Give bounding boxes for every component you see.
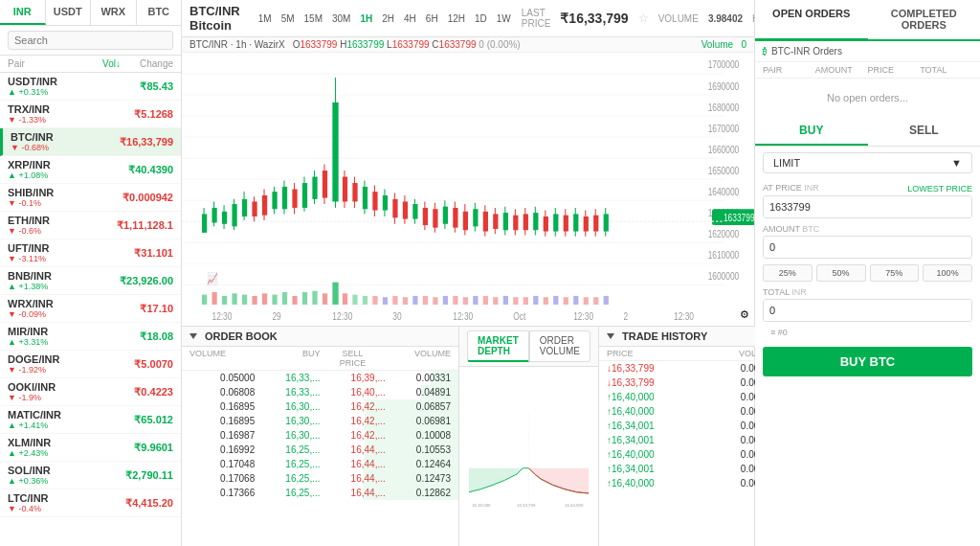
pair-item[interactable]: XLM/INR ▲ +2.43% ₹9.9601 (0, 434, 181, 462)
svg-rect-140 (453, 296, 457, 305)
tab-inr[interactable]: INR (0, 0, 46, 25)
ob-col-volume2: VOLUME (386, 349, 451, 368)
tab-btc[interactable]: BTC (137, 0, 182, 25)
price-input[interactable] (764, 196, 971, 217)
order-type-label: LIMIT (773, 157, 800, 169)
ob-row[interactable]: 0.17068 16,25,... 16,44,... 0.12473 (182, 471, 458, 486)
tab-sell[interactable]: SELL (868, 117, 981, 146)
pair-item[interactable]: TRX/INR ▼ -1.33% ₹5.1268 (0, 101, 181, 128)
chart-title: BTC/INR Bitcoin (189, 4, 240, 33)
pair-item[interactable]: USDT/INR ▲ +0.31% ₹85.43 (0, 73, 181, 101)
tab-open-orders[interactable]: OPEN ORDERS (755, 0, 868, 41)
pct-75-button[interactable]: 75% (870, 264, 920, 282)
th-price: ↑16,40,000 (607, 406, 691, 417)
pair-item[interactable]: BNB/INR ▲ +1.38% ₹23,926.00 (0, 267, 181, 295)
ob-row[interactable]: 0.16992 16,25,... 16,44,... 0.10553 (182, 443, 458, 457)
pair-item[interactable]: MIR/INR ▲ +3.31% ₹18.08 (0, 323, 181, 351)
ob-row[interactable]: 0.16987 16,30,... 16,42,... 0.10008 (182, 428, 458, 443)
tab-order-volume[interactable]: ORDER VOLUME (529, 330, 590, 362)
svg-rect-134 (392, 296, 397, 305)
col-vol-label[interactable]: Vol↓ (54, 58, 121, 69)
amount-row: AMOUNT BTC (763, 224, 972, 259)
pair-item[interactable]: WRX/INR ▼ -0.09% ₹17.10 (0, 295, 181, 323)
ob-row[interactable]: 0.17366 16,25,... 16,44,... 0.12862 (182, 486, 458, 500)
col-pair-label: Pair (8, 58, 54, 69)
pair-item[interactable]: SHIB/INR ▼ -0.1% ₹0.000942 (0, 184, 181, 212)
svg-rect-86 (513, 216, 518, 231)
amount-input[interactable] (764, 237, 971, 258)
order-book-header: ORDER BOOK (182, 327, 458, 347)
trade-history-title: TRADE HISTORY (622, 330, 707, 342)
ob-row[interactable]: 0.16895 16,30,... 16,42,... 0.06981 (182, 414, 458, 428)
amount-label-row: AMOUNT BTC (763, 224, 972, 234)
svg-rect-136 (412, 296, 417, 305)
chart-settings-icon[interactable]: ⚙ (740, 308, 749, 321)
svg-rect-116 (212, 292, 216, 305)
svg-marker-158 (529, 468, 590, 493)
price-input-wrap (763, 195, 972, 218)
tf-btn-1d[interactable]: 1D (472, 12, 490, 25)
svg-text:1650000: 1650000 (708, 165, 740, 176)
total-input[interactable] (764, 300, 971, 321)
svg-rect-52 (343, 177, 347, 202)
tf-btn-1h[interactable]: 1H (357, 12, 375, 25)
volume-value: 3.98402 (708, 13, 743, 24)
chart-header: BTC/INR Bitcoin 1M5M15M30M1H2H4H6H12H1D1… (182, 0, 754, 37)
ob-volume: 0.17068 (189, 473, 255, 484)
ob-row[interactable]: 0.17048 16,25,... 16,44,... 0.12464 (182, 457, 458, 471)
pair-name: UFT/INR ▼ -3.11% (8, 242, 134, 263)
svg-rect-137 (423, 296, 428, 305)
svg-text:1660000: 1660000 (708, 144, 740, 155)
svg-rect-100 (584, 216, 589, 232)
ob-row[interactable]: 0.05000 16,33,... 16,39,... 0.00331 (182, 371, 458, 385)
tf-btn-5m[interactable]: 5M (278, 12, 298, 25)
tf-btn-30m[interactable]: 30M (329, 12, 353, 25)
ob-row[interactable]: 0.16895 16,30,... 16,42,... 0.06857 (182, 399, 458, 414)
pct-25-button[interactable]: 25% (763, 264, 813, 282)
star-icon[interactable]: ☆ (638, 11, 649, 25)
ob-buy: 16,33,... (255, 373, 320, 383)
pair-item[interactable]: LTC/INR ▼ -0.4% ₹4,415.20 (0, 489, 181, 517)
tf-btn-6h[interactable]: 6H (423, 12, 441, 25)
main-area: BTC/INR Bitcoin 1M5M15M30M1H2H4H6H12H1D1… (182, 0, 755, 546)
svg-rect-151 (564, 297, 568, 305)
pair-item[interactable]: MATIC/INR ▲ +1.41% ₹65.012 (0, 406, 181, 434)
buy-btc-button[interactable]: BUY BTC (763, 347, 972, 376)
th-price: ↑16,40,000 (607, 449, 691, 460)
svg-rect-139 (443, 296, 448, 305)
tf-btn-1w[interactable]: 1W (494, 12, 514, 25)
svg-rect-149 (544, 297, 548, 305)
search-input[interactable] (8, 31, 173, 50)
svg-text:29: 29 (272, 310, 280, 322)
pair-item[interactable]: XRP/INR ▲ +1.08% ₹40.4390 (0, 156, 181, 184)
tab-market-depth[interactable]: MARKET DEPTH (467, 330, 529, 362)
pair-item[interactable]: UFT/INR ▼ -3.11% ₹31.101 (0, 239, 181, 267)
tf-btn-1m[interactable]: 1M (256, 12, 275, 25)
svg-rect-142 (473, 296, 478, 305)
tf-btn-4h[interactable]: 4H (401, 12, 419, 25)
tf-btn-2h[interactable]: 2H (379, 12, 397, 25)
svg-rect-117 (222, 296, 227, 305)
order-book-title: ORDER BOOK (205, 330, 278, 342)
th-price: ↑16,40,000 (607, 392, 691, 402)
pair-item[interactable]: SOL/INR ▲ +0.36% ₹2,790.11 (0, 462, 181, 489)
pair-item[interactable]: BTC/INR ▼ -0.68% ₹16,33,799 (0, 128, 181, 156)
tf-btn-12h[interactable]: 12H (445, 12, 468, 25)
volume-label: VOLUME (658, 13, 699, 24)
tab-completed-orders[interactable]: COMPLETED ORDERS (868, 0, 981, 41)
pair-item[interactable]: OOKl/INR ▼ -1.9% ₹0.4223 (0, 378, 181, 406)
tf-btn-15m[interactable]: 15M (301, 12, 325, 25)
pct-50-button[interactable]: 50% (816, 264, 866, 282)
pair-item[interactable]: DOGE/INR ▼ -1.92% ₹5.0070 (0, 351, 181, 378)
pct-100-button[interactable]: 100% (923, 264, 972, 282)
tab-wrx[interactable]: WRX (91, 0, 137, 25)
svg-rect-121 (262, 293, 267, 305)
sidebar: INR USDT WRX BTC Pair Vol↓ Change USDT/I… (0, 0, 182, 546)
ob-row[interactable]: 0.06808 16,33,... 16,40,... 0.04891 (182, 385, 458, 399)
order-type-select[interactable]: LIMIT ▼ (763, 152, 972, 173)
chart-container[interactable]: 1700000 1690000 1680000 1670000 1660000 … (182, 53, 754, 326)
pair-item[interactable]: ETH/INR ▼ -0.6% ₹1,11,128.1 (0, 212, 181, 239)
tab-buy[interactable]: BUY (755, 117, 868, 146)
th-price: ↑16,34,001 (607, 421, 691, 431)
tab-usdt[interactable]: USDT (46, 0, 92, 25)
